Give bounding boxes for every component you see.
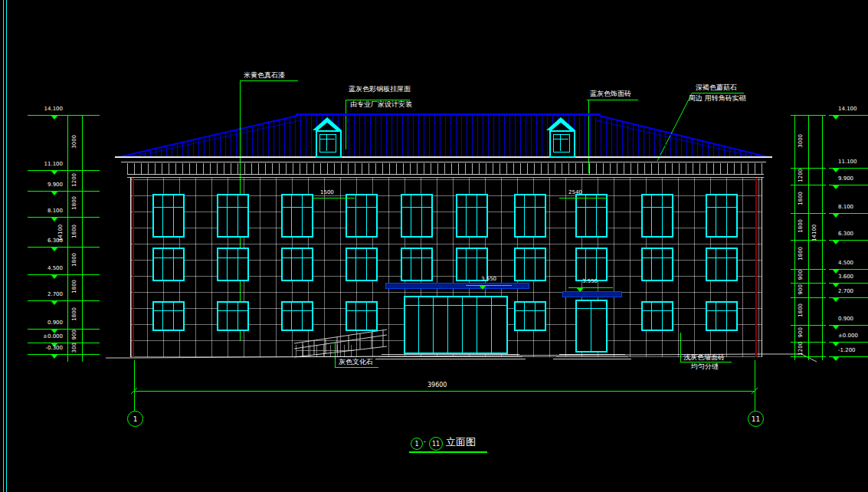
window-mullion xyxy=(355,303,356,330)
elevation-label: 6.300 xyxy=(21,238,63,244)
window-mullion xyxy=(411,249,411,280)
window-transom xyxy=(643,310,672,311)
window-transom xyxy=(347,207,376,208)
dormer-window xyxy=(319,134,336,153)
title-underline xyxy=(409,451,487,453)
elevation-label: 2.700 xyxy=(21,292,63,298)
corner-downpipe xyxy=(133,178,134,357)
side-step-line xyxy=(559,354,625,355)
dormer-window-transom xyxy=(553,139,568,139)
level-marker-triangle xyxy=(832,356,840,361)
dim-tick xyxy=(791,269,826,270)
plinth-note: 灰色文化石 xyxy=(339,359,373,366)
level-marker-triangle xyxy=(51,300,58,305)
level-marker-triangle xyxy=(51,115,58,120)
level-marker-triangle xyxy=(832,342,840,346)
window xyxy=(281,248,313,281)
level-marker-triangle xyxy=(51,191,58,195)
window xyxy=(152,248,185,281)
window xyxy=(514,194,546,238)
window-transom xyxy=(154,310,183,311)
window-mullion xyxy=(366,303,367,330)
band-note: 蓝灰色饰面砖 xyxy=(590,90,631,98)
dim-segment-value: 1800 xyxy=(798,210,804,241)
cad-drawing-canvas: 蓝灰色彩钢板挂屋面 由专业厂家设计安装 米黄色真石漆 蓝灰色饰面砖 深褐色蘑菇石… xyxy=(0,0,868,492)
canopy-level-value: 3.550 xyxy=(582,279,598,285)
window-mullion xyxy=(411,195,411,236)
corner-note-line1: 深褐色蘑菇石 xyxy=(696,84,737,92)
grid-bubble: 1 xyxy=(127,411,143,427)
side-step-line xyxy=(553,359,631,359)
elevation-label: -0.300 xyxy=(21,346,63,352)
window-mullion xyxy=(662,195,663,236)
level-marker-triangle xyxy=(832,168,840,172)
window-mullion xyxy=(227,303,228,330)
level-marker-triangle xyxy=(51,170,58,175)
window-mullion xyxy=(477,249,477,280)
level-marker-triangle xyxy=(832,240,840,244)
window-mullion xyxy=(302,249,303,280)
level-marker-triangle xyxy=(51,247,58,251)
title-grid-bubble-start: 1 xyxy=(411,438,423,450)
elevation-label: 6.300 xyxy=(838,231,868,238)
level-marker-line xyxy=(28,191,67,192)
level-marker-triangle xyxy=(51,217,58,221)
window-mullion xyxy=(716,303,716,330)
window-mullion xyxy=(237,303,238,330)
window xyxy=(281,301,313,331)
window-transom xyxy=(402,257,431,258)
level-marker-line xyxy=(28,274,67,275)
window-mullion xyxy=(585,249,586,280)
elevation-label: 0.900 xyxy=(21,320,63,326)
window xyxy=(346,194,378,238)
roof-ridge-line xyxy=(296,113,601,116)
window-mullion xyxy=(162,249,163,280)
dim-overall-value: 14100 xyxy=(58,216,64,250)
dim-chain-line xyxy=(794,115,795,360)
window-transom xyxy=(154,207,183,208)
level-marker-line xyxy=(28,170,67,171)
canopy-level-line xyxy=(568,287,613,288)
dim-tick xyxy=(791,297,826,298)
window-transom xyxy=(283,257,312,258)
dim-chain-line xyxy=(808,115,809,360)
corner-note-line2: 周边 用转角砖实砌 xyxy=(689,95,746,103)
dim-chain-line xyxy=(822,115,823,360)
level-marker-triangle xyxy=(832,297,840,302)
elevation-label: ±0.000 xyxy=(838,333,868,339)
window-mullion xyxy=(662,249,663,280)
window-mullion xyxy=(421,249,422,280)
window xyxy=(706,301,738,331)
title-grid-bubble-end: 11 xyxy=(429,437,443,451)
window-dim-line xyxy=(312,198,355,198)
window-mullion xyxy=(173,195,174,236)
elevation-label: 4.500 xyxy=(21,266,63,272)
level-marker-triangle xyxy=(832,115,840,120)
window-mullion xyxy=(726,195,727,236)
window xyxy=(514,301,546,331)
window-mullion xyxy=(291,303,292,330)
dim-segment-value: 1800 xyxy=(798,182,804,213)
window xyxy=(152,194,185,238)
roof-note-line1: 蓝灰色彩钢板挂屋面 xyxy=(349,86,411,93)
window-mullion xyxy=(302,195,303,236)
window-mullion xyxy=(173,303,174,330)
window-mullion xyxy=(651,249,652,280)
window-transom xyxy=(347,257,376,258)
window-mullion xyxy=(716,195,716,236)
window-mullion xyxy=(466,195,467,236)
window-mullion xyxy=(524,195,525,236)
dim-tick xyxy=(791,115,826,116)
bottom-dim-value: 39600 xyxy=(427,382,447,389)
window-mullion xyxy=(227,195,228,236)
window-transom xyxy=(577,207,606,208)
level-marker-triangle xyxy=(832,213,840,218)
window-transom xyxy=(218,310,247,311)
window xyxy=(401,248,433,281)
window xyxy=(346,248,378,281)
entrance-canopy xyxy=(385,283,529,289)
window-transom xyxy=(516,257,545,258)
window-mullion xyxy=(716,249,716,280)
side-step-line xyxy=(556,356,628,357)
window-mullion xyxy=(162,303,163,330)
